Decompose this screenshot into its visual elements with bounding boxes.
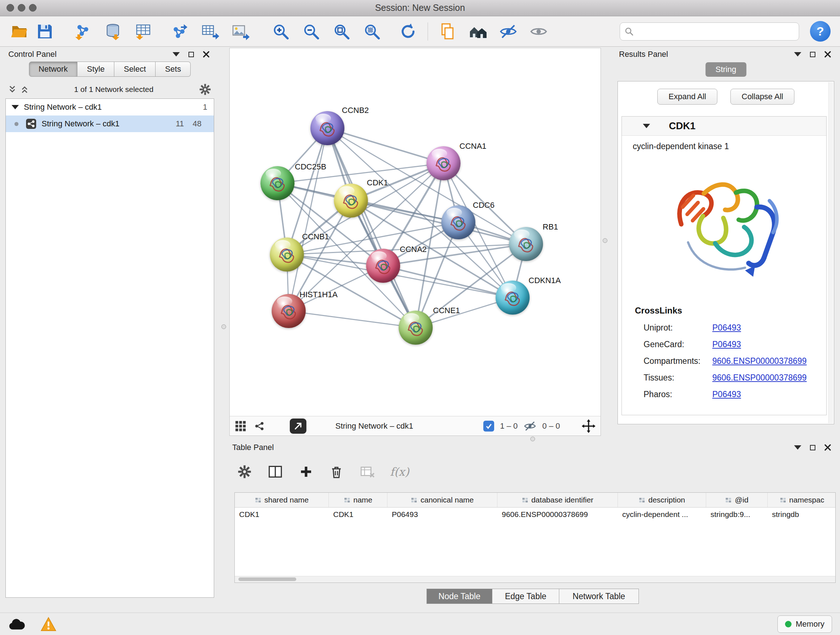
search-input[interactable] (637, 27, 794, 36)
crosslink-row: Tissues:9606.ENSP00000378699 (622, 369, 826, 386)
tab-style[interactable]: Style (77, 62, 114, 77)
zoom-selected-button[interactable] (362, 21, 382, 42)
network-edge[interactable] (289, 128, 327, 311)
delete-column-trash-icon[interactable] (328, 464, 344, 480)
entry-collapse-icon[interactable] (643, 124, 650, 128)
crosslink-link[interactable]: P06493 (712, 340, 741, 349)
tab-network-table[interactable]: Network Table (559, 589, 639, 604)
export-table-button[interactable] (200, 21, 220, 42)
expand-all-button[interactable]: Expand All (657, 89, 717, 105)
network-edges (230, 48, 600, 416)
column-header-canonical-name[interactable]: canonical name (387, 493, 497, 507)
import-network-file-button[interactable] (73, 21, 93, 42)
network-row[interactable]: String Network – cdk1 11 48 (6, 116, 214, 132)
network-edge[interactable] (289, 311, 416, 328)
horizontal-splitter-handle[interactable] (531, 437, 535, 441)
refresh-view-button[interactable] (398, 21, 418, 42)
crosslink-row: Uniprot:P06493 (622, 319, 826, 336)
node-label-HIST1H1A: HIST1H1A (300, 290, 338, 299)
open-in-new-window-button[interactable] (290, 418, 306, 434)
network-edge[interactable] (327, 128, 444, 163)
export-image-button[interactable] (230, 21, 250, 42)
horizontal-scrollbar[interactable] (235, 576, 835, 583)
network-node-CDC6[interactable] (441, 205, 475, 239)
panel-close-icon[interactable] (824, 444, 831, 451)
network-canvas[interactable]: CCNB2CCNA1CDC25BCDK1CDC6RB1CCNB1CCNA2CDK… (230, 48, 600, 416)
tab-node-table[interactable]: Node Table (426, 589, 493, 604)
cloud-icon[interactable] (8, 618, 25, 630)
network-node-CCNB1[interactable] (270, 238, 304, 272)
column-header-name[interactable]: name (329, 493, 387, 507)
crosslink-link[interactable]: P06493 (712, 323, 741, 333)
network-collection-row[interactable]: String Network – cdk1 1 (6, 99, 214, 116)
tab-select[interactable]: Select (114, 62, 156, 77)
gear-icon[interactable] (198, 82, 212, 96)
save-session-button[interactable] (35, 21, 55, 42)
memory-button[interactable]: Memory (777, 616, 832, 633)
network-node-CCNA2[interactable] (366, 249, 400, 283)
help-button[interactable]: ? (810, 21, 831, 42)
panel-float-icon[interactable] (188, 52, 194, 57)
import-network-database-button[interactable] (103, 21, 123, 42)
control-panel-header: Control Panel (5, 48, 214, 61)
table-row[interactable]: CDK1CDK1P064939606.ENSP00000378699cyclin… (235, 508, 835, 521)
panel-close-icon[interactable] (202, 51, 210, 58)
expand-all-icon[interactable] (20, 85, 29, 94)
import-table-button[interactable] (133, 21, 153, 42)
collapse-all-button[interactable]: Collapse All (730, 89, 794, 105)
show-columns-icon[interactable] (267, 463, 284, 480)
zoom-fit-button[interactable] (332, 21, 352, 42)
column-header-shared-name[interactable]: shared name (235, 493, 329, 507)
crosslink-link[interactable]: 9606.ENSP00000378699 (712, 373, 807, 383)
pan-crosshair-icon[interactable] (582, 419, 595, 433)
warning-icon[interactable] (41, 617, 57, 631)
panel-float-icon[interactable] (810, 445, 815, 450)
panel-close-icon[interactable] (824, 51, 831, 58)
network-from-selection-button[interactable] (437, 21, 458, 42)
network-node-CDKN1A[interactable] (496, 280, 530, 315)
vertical-splitter-handle[interactable] (221, 325, 226, 329)
panel-menu-icon[interactable] (794, 445, 801, 450)
string-results-tab[interactable]: String (706, 62, 746, 77)
network-edge[interactable] (327, 128, 416, 328)
panel-menu-icon[interactable] (794, 52, 801, 57)
column-header-namespac[interactable]: namespac (767, 493, 836, 507)
tab-sets[interactable]: Sets (156, 62, 191, 77)
open-session-button[interactable] (9, 21, 30, 42)
panel-menu-icon[interactable] (172, 52, 180, 57)
selected-checkbox[interactable] (483, 421, 494, 432)
vertical-splitter-handle[interactable] (603, 238, 607, 243)
network-overview-icon[interactable] (254, 420, 265, 432)
zoom-out-button[interactable] (301, 21, 321, 42)
protein-structure-thumbnail (403, 315, 428, 340)
entry-header[interactable]: CDK1 (622, 117, 826, 136)
table-cell: cyclin-dependent ... (618, 510, 706, 519)
column-header-description[interactable]: description (618, 493, 706, 507)
network-node-CDC25B[interactable] (261, 166, 294, 200)
crosslink-link[interactable]: 9606.ENSP00000378699 (712, 356, 807, 366)
column-header-database-identifier[interactable]: database identifier (497, 493, 618, 507)
show-all-button[interactable] (529, 21, 549, 42)
network-node-CCNA1[interactable] (426, 146, 461, 180)
zoom-in-button[interactable] (271, 21, 291, 42)
crosslink-link[interactable]: P06493 (712, 390, 741, 399)
network-node-CCNB2[interactable] (310, 111, 344, 145)
network-node-RB1[interactable] (509, 227, 543, 261)
column-header--id[interactable]: @id (706, 493, 767, 507)
grid-view-icon[interactable] (235, 420, 246, 432)
scrollbar-thumb[interactable] (238, 578, 296, 581)
tab-edge-table[interactable]: Edge Table (493, 589, 559, 604)
tab-network[interactable]: Network (29, 62, 78, 77)
export-network-button[interactable] (169, 21, 189, 42)
collapse-all-icon[interactable] (8, 85, 17, 94)
results-scrollbar[interactable] (829, 82, 833, 423)
hide-selected-button[interactable] (498, 21, 518, 42)
table-settings-gear-icon[interactable] (237, 464, 253, 480)
network-node-CCNE1[interactable] (399, 310, 433, 345)
tree-expander-icon[interactable] (11, 105, 19, 109)
table-export-icon (201, 22, 219, 41)
add-column-icon[interactable] (298, 464, 314, 480)
panel-float-icon[interactable] (810, 52, 815, 57)
network-node-CDK1[interactable] (334, 184, 368, 218)
home-view-button[interactable] (468, 21, 488, 42)
